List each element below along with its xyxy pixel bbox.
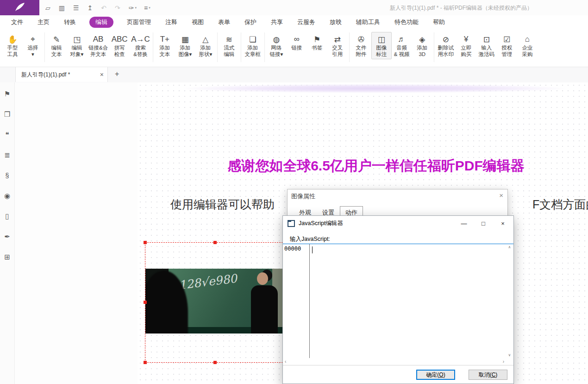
ribbon-hand-tool[interactable]: ✋ 手型 工具 (2, 32, 23, 59)
ribbon-file-attachment[interactable]: ✇ 文件 附件 (351, 32, 371, 59)
menu-item-home[interactable]: 主页 (37, 17, 50, 28)
app-window: ▱ ▥ ☰ ↥ ↶ ↷ ✑ (0, 0, 588, 384)
ribbon-button-label-line2: &替换 (133, 51, 148, 58)
menu-item-convert[interactable]: 转换 (63, 17, 77, 28)
menu-item-accessibility[interactable]: 辅助工具 (355, 17, 381, 28)
ribbon-button-label-line2: 引用 (332, 51, 343, 58)
ribbon-button-label-line2: 激活码 (479, 51, 495, 58)
sidebar-bookmarks-button[interactable]: ⚑ (4, 90, 10, 98)
sidebar-attachments-button[interactable]: § (5, 171, 9, 179)
ribbon-web-link[interactable]: ◍ 网络 链接▾ (266, 32, 287, 59)
dropdown-caret-icon: ▾ (135, 6, 137, 10)
document-panel-icon: ▯ (5, 212, 9, 220)
qa-save-button[interactable]: ▥ (59, 4, 66, 12)
menu-item-help[interactable]: 帮助 (432, 17, 446, 28)
add-text-icon: T+ (160, 34, 169, 45)
selection-handle-mid-left[interactable] (144, 301, 147, 304)
sidebar-extract-button[interactable]: ⊞ (4, 253, 10, 261)
scroll-left-icon[interactable]: ‹ (285, 359, 286, 364)
ribbon-add-shape[interactable]: △ 添加 形状▾ (195, 32, 216, 59)
ribbon-spell-check[interactable]: ABC 拼写 检查 (109, 32, 130, 59)
qa-open-button[interactable]: ▱ (45, 4, 51, 12)
menu-item-share[interactable]: 共享 (270, 17, 284, 28)
sidebar-standards-button[interactable]: ▯ (5, 212, 9, 220)
ribbon-edit-text[interactable]: ✎ 编辑 文本 (46, 32, 67, 59)
ribbon-button-label-line1: 编辑 (51, 45, 62, 51)
ribbon-search-replace[interactable]: A→C 搜索 &替换 (130, 32, 151, 59)
add-3d-icon: ◈ (419, 34, 425, 45)
qa-tool-button[interactable]: ✑ ▾ (129, 4, 137, 12)
ribbon-add-3d[interactable]: ◈ 添加 3D (412, 32, 432, 59)
ribbon-activation-code[interactable]: ⊡ 输入 激活码 (476, 32, 497, 59)
qa-print-button[interactable]: ☰ (73, 4, 80, 12)
ribbon-enterprise-purchase[interactable]: ⌂ 企业 采购 (517, 32, 538, 59)
selection-handle-top-left[interactable] (144, 241, 147, 244)
scroll-right-icon[interactable]: › (503, 359, 504, 364)
maximize-icon[interactable]: □ (475, 220, 491, 227)
menu-item-cloud[interactable]: 云服务 (296, 17, 316, 28)
ribbon-button-label-line1: 图像 (376, 45, 387, 51)
js-code-editor[interactable]: 00000 ∧ ∨ ‹ › (283, 244, 513, 365)
sidebar-layers-button[interactable]: ≣ (4, 151, 10, 159)
document-tab[interactable]: 新人引导(1)(1).pdf * × (15, 67, 108, 82)
menu-item-protect[interactable]: 保护 (244, 17, 257, 28)
sidebar-signature-button[interactable]: ✒ (4, 233, 10, 240)
tab-close-icon[interactable]: × (100, 71, 104, 78)
menu-item-form[interactable]: 表单 (217, 17, 231, 28)
scroll-down-icon[interactable]: ∨ (508, 353, 511, 357)
ribbon-button-label-line2: 并文本 (90, 51, 106, 58)
menu-item-present[interactable]: 放映 (329, 17, 343, 28)
ribbon-button-label-line2: 3D (419, 51, 425, 58)
ribbon-link[interactable]: ∞ 链接 (287, 32, 307, 53)
sidebar-comments-button[interactable]: ❝ (5, 131, 9, 138)
menu-item-comment[interactable]: 注释 (164, 17, 178, 28)
ribbon-audio-video[interactable]: ♬ 音频 & 视频 (392, 32, 412, 59)
app-logo-button[interactable] (0, 0, 39, 15)
ribbon-add-image[interactable]: ▦ 添加 图像▾ (175, 32, 195, 59)
new-tab-button[interactable]: + (115, 70, 119, 78)
menu-item-features[interactable]: 特色功能 (394, 17, 419, 28)
menu-item-view[interactable]: 视图 (191, 17, 205, 28)
horizontal-scrollbar[interactable]: ‹ › (284, 359, 505, 364)
sidebar-pages-button[interactable]: ❐ (4, 110, 10, 118)
ribbon-image-annotation[interactable]: ◫ 图像 标注 (371, 32, 392, 59)
qa-export-button[interactable]: ↥ (88, 4, 94, 12)
save-icon: ▥ (59, 4, 65, 12)
ribbon-button-label-line1: 书签 (312, 45, 322, 51)
cancel-button[interactable]: 取消(C) (469, 370, 507, 380)
menu-item-edit[interactable]: 编辑 (89, 17, 113, 28)
ribbon-remove-watermark[interactable]: ⊘ 删除试 用水印 (436, 32, 456, 59)
cart-icon: ¥ (464, 34, 468, 45)
ribbon-cross-reference[interactable]: ⇄ 交叉 引用 (327, 32, 348, 59)
selection-handle-bottom-left[interactable] (144, 361, 147, 364)
ribbon-license-management[interactable]: ☑ 授权 管理 (497, 32, 517, 59)
ok-button[interactable]: 确定(O) (416, 370, 455, 380)
ribbon-bookmark[interactable]: ⚑ 书签 (307, 32, 327, 53)
ribbon-select-tool[interactable]: ⌖ 选择 ▾ (23, 32, 43, 59)
scroll-up-icon[interactable]: ∧ (508, 245, 511, 249)
js-input-label: 输入JavaScript: (290, 235, 330, 243)
minimize-icon[interactable]: — (456, 220, 472, 227)
dialog-title: 图像属性 (291, 192, 315, 201)
menu-item-page-manage[interactable]: 页面管理 (126, 17, 152, 28)
ribbon-flow-edit[interactable]: ≋ 流式 编辑 (219, 32, 239, 59)
ribbon-link-merge-text[interactable]: AB 链接&合 并文本 (87, 32, 109, 59)
stamp-tool-icon: ✑ (129, 4, 134, 12)
selection-handle-bottom-mid[interactable] (213, 361, 217, 364)
qa-more-button[interactable]: ≡ ▾ (144, 4, 150, 12)
vertical-scrollbar[interactable]: ∧ ∨ (507, 245, 513, 357)
close-icon[interactable]: × (495, 220, 511, 227)
qa-undo-button[interactable]: ↶ (101, 4, 107, 12)
ribbon-edit-object[interactable]: ◳ 编辑 对象▾ (67, 32, 87, 59)
menu-item-file[interactable]: 文件 (10, 17, 24, 28)
sidebar-security-button[interactable]: ◉ (4, 192, 10, 200)
close-icon[interactable]: × (499, 191, 503, 199)
ribbon-group-separator (153, 32, 153, 62)
selection-handle-top-mid[interactable] (213, 241, 217, 244)
ribbon-add-text[interactable]: T+ 添加 文本 (155, 32, 175, 59)
ribbon-buy-now[interactable]: ¥ 立即 购买 (456, 32, 476, 59)
qa-redo-button[interactable]: ↷ (115, 4, 121, 12)
link-merge-icon: AB (93, 34, 104, 45)
ribbon-add-article-box[interactable]: ❏ 添加 文章框 (243, 32, 263, 59)
add-image-icon: ▦ (181, 34, 189, 45)
